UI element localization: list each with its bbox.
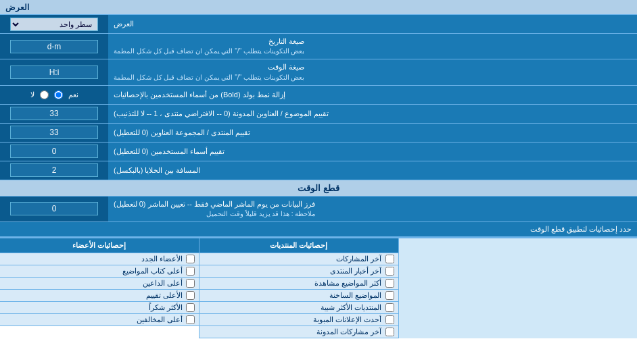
row-date-format: صيغة التاريخ بعض التكوينات يتطلب "/" الت…	[0, 34, 637, 59]
label-display: العرض	[114, 19, 134, 29]
list-item: المنتديات الأكثر شبية	[199, 302, 398, 314]
row-bold: إزالة نمط بولد (Bold) من أسماء المستخدمي…	[0, 86, 637, 105]
label-most-viewed: أكثر المواضيع مشاهدة	[314, 279, 381, 288]
label-user-rating: تقييم أسماء المستخدمين (0 للتعطيل)	[114, 147, 225, 157]
members-stats-header: إحصائيات الأعضاء	[0, 238, 199, 253]
radio-no[interactable]	[40, 90, 49, 99]
label-topic-rating: تقييم الموضوع / العناوين المدونة (0 -- ا…	[114, 109, 329, 119]
row-user-rating: تقييم أسماء المستخدمين (0 للتعطيل)	[0, 142, 637, 161]
list-item: أعلى الداعين	[0, 278, 199, 290]
checkbox-top-inviters[interactable]	[186, 279, 195, 288]
apply-stats-row: حدد إحصائيات لتطبيق قطع الوقت	[0, 222, 637, 237]
list-item: آخر المشاركات	[199, 253, 398, 265]
checkbox-top-posters[interactable]	[186, 267, 195, 276]
forum-stats-col: إحصائيات المنتديات آخر المشاركات آخر أخب…	[199, 238, 398, 338]
label-top-inviters: أعلى الداعين	[143, 279, 183, 288]
apply-stats-label: حدد إحصائيات لتطبيق قطع الوقت	[530, 225, 632, 234]
checkbox-popular-forums[interactable]	[385, 303, 394, 312]
row-time-format: صيغة الوقت بعض التكوينات يتطلب "/" التي …	[0, 59, 637, 85]
list-item: أعلى المخالفين	[0, 314, 199, 326]
checkbox-last-posts[interactable]	[385, 255, 394, 263]
list-item: الأعضاء الجدد	[0, 253, 199, 265]
list-item: آخر أخبار المنتدى	[199, 265, 398, 278]
members-stats-col: إحصائيات الأعضاء الأعضاء الجدد أعلى كتاب…	[0, 238, 199, 338]
list-item: الأكثر شكراً	[0, 302, 199, 314]
label-top-posters: أعلى كتاب المواضيع	[122, 267, 183, 276]
radio-yes[interactable]	[54, 90, 63, 99]
page-title: العرض	[5, 3, 29, 12]
list-item: أحدث الإعلانات المبوبة	[199, 314, 398, 326]
time-format-input[interactable]	[10, 66, 98, 79]
forum-stats-header: إحصائيات المنتديات	[199, 238, 398, 253]
row-display: العرض سطر واحد سطرين ثلاثة أسطر	[0, 15, 637, 34]
stats-section: إحصائيات المنتديات آخر المشاركات آخر أخب…	[0, 237, 637, 338]
checkbox-hot-topics[interactable]	[385, 291, 394, 300]
date-format-input[interactable]	[10, 40, 98, 53]
label-top-rated: الأعلى تقييم	[146, 291, 183, 300]
label-forum-news: آخر أخبار المنتدى	[330, 267, 381, 276]
user-rating-input[interactable]	[10, 145, 98, 158]
label-blog-posts: آخر مشاركات المدونة	[316, 328, 381, 336]
label-spacing: المسافة بين الخلايا (بالبكسل)	[114, 165, 201, 176]
label-classified: أحدث الإعلانات المبوبة	[313, 315, 381, 324]
label-forum-rating: تقييم المنتدى / المجموعة العناوين (0 للت…	[114, 128, 250, 138]
label-new-members: الأعضاء الجدد	[141, 255, 183, 263]
row-forum-rating: تقييم المنتدى / المجموعة العناوين (0 للت…	[0, 124, 637, 142]
label-last-posts: آخر المشاركات	[336, 255, 381, 263]
checkbox-forum-news[interactable]	[385, 267, 394, 276]
row-spacing: المسافة بين الخلايا (بالبكسل)	[0, 161, 637, 180]
checkbox-most-thanks[interactable]	[186, 303, 195, 312]
label-popular-forums: المنتديات الأكثر شبية	[321, 303, 381, 312]
list-item: أعلى كتاب المواضيع	[0, 265, 199, 278]
topic-rating-input[interactable]	[10, 107, 98, 120]
row-cutoff: فرز البيانات من يوم الماشر الماضي فقط --…	[0, 197, 637, 222]
cutoff-section-header: قطع الوقت	[0, 180, 637, 197]
label-top-violators: أعلى المخالفين	[137, 315, 183, 324]
list-item: الأعلى تقييم	[0, 290, 199, 302]
list-item: آخر مشاركات المدونة	[199, 326, 398, 338]
cutoff-input[interactable]	[10, 202, 98, 215]
label-date-format: صيغة التاريخ بعض التكوينات يتطلب "/" الت…	[114, 36, 304, 56]
radio-yes-label: نعم	[68, 90, 78, 99]
forum-rating-input[interactable]	[10, 126, 98, 139]
radio-no-label: لا	[30, 90, 34, 99]
label-cutoff: فرز البيانات من يوم الماشر الماضي فقط --…	[114, 199, 315, 219]
checkbox-top-rated[interactable]	[186, 291, 195, 300]
checkbox-new-members[interactable]	[186, 255, 195, 263]
list-item: أكثر المواضيع مشاهدة	[199, 278, 398, 290]
list-item: المواضيع الساخنة	[199, 290, 398, 302]
checkbox-blog-posts[interactable]	[385, 328, 394, 336]
label-most-thanks: الأكثر شكراً	[149, 303, 183, 312]
spacing-input[interactable]	[10, 163, 98, 177]
checkbox-top-violators[interactable]	[186, 315, 195, 324]
label-hot-topics: المواضيع الساخنة	[329, 291, 381, 300]
checkbox-most-viewed[interactable]	[385, 279, 394, 288]
checkbox-classified[interactable]	[385, 315, 394, 324]
row-topic-rating: تقييم الموضوع / العناوين المدونة (0 -- ا…	[0, 105, 637, 124]
label-bold: إزالة نمط بولد (Bold) من أسماء المستخدمي…	[114, 90, 285, 100]
display-select[interactable]: سطر واحد سطرين ثلاثة أسطر	[10, 18, 98, 31]
label-time-format: صيغة الوقت بعض التكوينات يتطلب "/" التي …	[114, 62, 304, 82]
